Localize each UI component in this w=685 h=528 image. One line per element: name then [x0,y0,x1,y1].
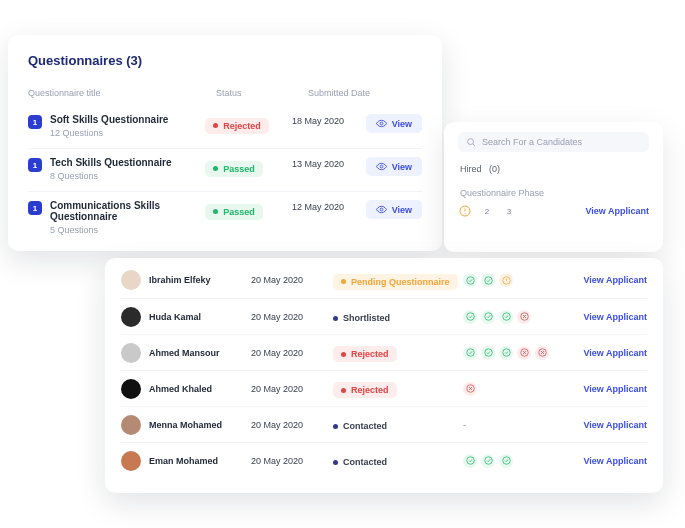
phase-ring-green [463,310,477,324]
phase-ring-red [517,310,531,324]
svg-point-0 [380,122,383,125]
view-applicant-link[interactable]: View Applicant [583,420,647,430]
view-applicant-link[interactable]: View Applicant [583,348,647,358]
phase-ring-green [463,454,477,468]
applicant-row: Menna Mohamed20 May 2020Contacted-View A… [121,406,647,442]
submitted-date: 18 May 2020 [292,114,366,126]
phase-rings [463,454,573,468]
avatar [121,415,141,435]
applicant-date: 20 May 2020 [251,275,333,285]
phase-ring-green [481,310,495,324]
applicant-name: Menna Mohamed [149,420,222,430]
applicant-row: Huda Kamal20 May 2020ShortlistedView App… [121,298,647,334]
row-index-badge: 1 [28,158,42,172]
applicant-name: Ahmed Mansour [149,348,220,358]
view-button[interactable]: View [366,157,422,176]
questionnaire-row: 1Soft Skills Questionnaire12 QuestionsRe… [28,106,422,148]
svg-point-8 [466,276,474,284]
status-pill: Passed [205,204,263,220]
status-pill: Contacted [333,454,395,470]
phase-rings: - [463,419,573,430]
svg-point-31 [466,457,474,465]
phase-row: 2 3 View Applicant [458,204,649,218]
phase-ring-green [463,346,477,360]
view-button[interactable]: View [366,200,422,219]
phase-ring-green [481,346,495,360]
col-date: Submitted Date [308,88,386,98]
phase-step-3[interactable]: 3 [502,204,516,218]
view-applicant-link[interactable]: View Applicant [583,456,647,466]
status-pill: Rejected [333,346,397,362]
svg-point-7 [465,213,466,214]
col-title: Questionnaire title [28,88,216,98]
questionnaire-subtitle: 12 Questions [50,128,168,138]
avatar [121,343,141,363]
phase-ring-green [481,454,495,468]
hired-label: Hired [460,164,482,174]
svg-point-14 [484,313,492,321]
phase-ring-green [499,346,513,360]
view-applicant-link[interactable]: View Applicant [583,384,647,394]
no-rings: - [463,419,466,430]
svg-point-15 [502,313,510,321]
applicant-name: Huda Kamal [149,312,201,322]
phase-ring-red [535,346,549,360]
applicant-row: Ahmed Khaled20 May 2020RejectedView Appl… [121,370,647,406]
questionnaire-row: 1Tech Skills Questionnaire8 QuestionsPas… [28,148,422,191]
view-button[interactable]: View [366,114,422,133]
svg-point-19 [466,349,474,357]
applicant-name: Ahmed Khaled [149,384,212,394]
svg-point-32 [484,457,492,465]
side-panel: Search For a Candidates Hired (0) Questi… [444,122,663,252]
phase-ring-green [499,310,513,324]
applicant-date: 20 May 2020 [251,456,333,466]
questionnaire-title: Communications Skills Questionnaire [50,200,205,222]
questionnaire-row: 1Communications Skills Questionnaire5 Qu… [28,191,422,245]
search-placeholder: Search For a Candidates [482,137,582,147]
phase-step-1[interactable] [458,204,472,218]
submitted-date: 12 May 2020 [292,200,366,212]
col-status: Status [216,88,308,98]
phase-rings [463,273,573,287]
applicants-card: Ibrahim Elfeky20 May 2020Pending Questio… [105,258,663,493]
phase-rings [463,310,573,324]
status-pill: Pending Questionnaire [333,274,458,290]
avatar [121,451,141,471]
applicant-row: Eman Mohamed20 May 2020ContactedView App… [121,442,647,478]
avatar [121,307,141,327]
phase-ring-green [463,273,477,287]
phase-step-2[interactable]: 2 [480,204,494,218]
phase-ring-green [481,273,495,287]
svg-point-21 [502,349,510,357]
svg-point-9 [484,276,492,284]
view-applicant-link[interactable]: View Applicant [583,312,647,322]
submitted-date: 13 May 2020 [292,157,366,169]
search-input[interactable]: Search For a Candidates [458,132,649,152]
svg-point-3 [468,139,474,145]
row-index-badge: 1 [28,115,42,129]
questionnaire-subtitle: 8 Questions [50,171,172,181]
view-applicant-link[interactable]: View Applicant [585,206,649,216]
phase-rings [463,382,573,396]
applicant-date: 20 May 2020 [251,420,333,430]
view-applicant-link[interactable]: View Applicant [583,275,647,285]
status-pill: Contacted [333,418,395,434]
questionnaires-card: Questionnaires (3) Questionnaire title S… [8,35,442,251]
questionnaire-title: Soft Skills Questionnaire [50,114,168,125]
status-pill: Rejected [333,382,397,398]
questionnaire-title: Tech Skills Questionnaire [50,157,172,168]
row-index-badge: 1 [28,201,42,215]
phase-ring-red [517,346,531,360]
applicant-date: 20 May 2020 [251,348,333,358]
svg-point-2 [380,208,383,211]
hired-count: (0) [489,164,500,174]
hired-summary: Hired (0) [460,164,647,174]
applicant-name: Eman Mohamed [149,456,218,466]
status-pill: Shortlisted [333,310,398,326]
phase-label: Questionnaire Phase [460,188,647,198]
questionnaires-header-row: Questionnaire title Status Submitted Dat… [28,82,422,106]
status-pill: Passed [205,161,263,177]
phase-ring-green [499,454,513,468]
status-pill: Rejected [205,118,269,134]
phase-ring-orange [499,273,513,287]
